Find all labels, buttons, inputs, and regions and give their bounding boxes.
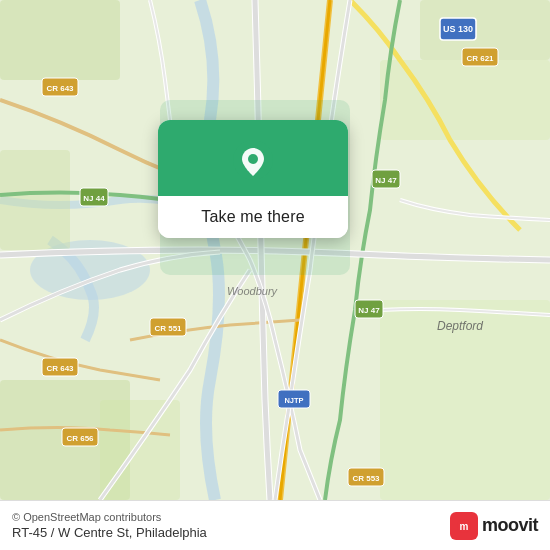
svg-rect-4 <box>380 60 550 140</box>
svg-text:NJ 47: NJ 47 <box>358 306 380 315</box>
map-container: US 130 CR 643 CR 621 NJ 44 NJ 47 NJ 47 C… <box>0 0 550 500</box>
popup-header <box>158 120 348 196</box>
svg-text:US 130: US 130 <box>443 24 473 34</box>
svg-rect-8 <box>0 150 70 250</box>
svg-text:Deptford: Deptford <box>437 319 483 333</box>
svg-text:m: m <box>460 521 469 532</box>
location-pin-icon <box>231 138 275 182</box>
svg-text:CR 621: CR 621 <box>466 54 494 63</box>
svg-point-37 <box>248 154 258 164</box>
moovit-brand-text: moovit <box>482 515 538 536</box>
moovit-m-icon: m <box>455 517 473 535</box>
svg-text:CR 553: CR 553 <box>352 474 380 483</box>
svg-text:NJTP: NJTP <box>284 396 303 405</box>
moovit-icon: m <box>450 512 478 540</box>
svg-text:CR 643: CR 643 <box>46 364 74 373</box>
svg-text:CR 551: CR 551 <box>154 324 182 333</box>
svg-text:NJ 47: NJ 47 <box>375 176 397 185</box>
svg-text:NJ 44: NJ 44 <box>83 194 105 203</box>
map-attribution: © OpenStreetMap contributors <box>12 511 207 523</box>
bottom-bar: © OpenStreetMap contributors RT-45 / W C… <box>0 500 550 550</box>
svg-text:CR 643: CR 643 <box>46 84 74 93</box>
popup-card: Take me there <box>158 120 348 238</box>
take-me-there-button[interactable]: Take me there <box>158 196 348 238</box>
map-background: US 130 CR 643 CR 621 NJ 44 NJ 47 NJ 47 C… <box>0 0 550 500</box>
svg-text:Woodbury: Woodbury <box>227 285 279 297</box>
svg-text:CR 656: CR 656 <box>66 434 94 443</box>
svg-rect-2 <box>0 0 120 80</box>
location-label: RT-45 / W Centre St, Philadelphia <box>12 525 207 540</box>
moovit-logo: m moovit <box>450 512 538 540</box>
